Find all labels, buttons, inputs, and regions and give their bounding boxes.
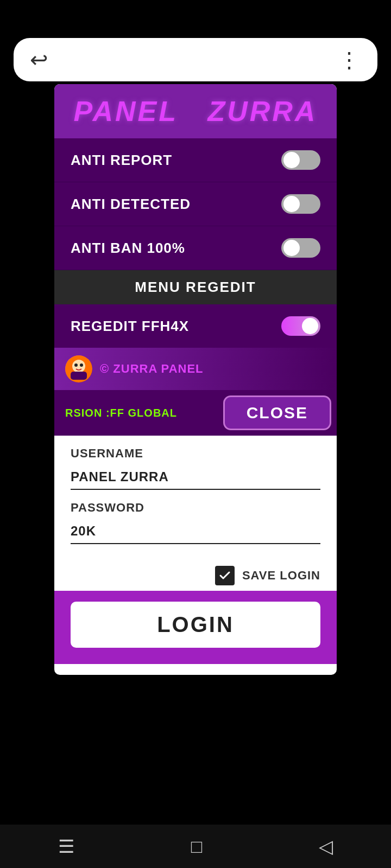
anti-report-label: ANTI REPORT	[71, 152, 172, 169]
browser-bar: ↩ ⋮	[14, 38, 377, 81]
copyright-bar: © ZURRA PANEL	[54, 348, 337, 390]
toggle-row-anti-detected: ANTI DETECTED	[54, 182, 337, 226]
copyright-text: © ZURRA PANEL	[100, 362, 204, 376]
bottom-row: RSION :FF GLOBAL CLOSE	[54, 390, 337, 436]
username-label: USERNAME	[71, 446, 320, 461]
hamburger-icon[interactable]: ☰	[58, 837, 74, 856]
checkmark-icon	[218, 569, 231, 582]
anti-detected-toggle[interactable]	[281, 194, 320, 214]
toggle-row-anti-report: ANTI REPORT	[54, 138, 337, 182]
avatar	[65, 355, 92, 382]
username-input[interactable]	[71, 465, 320, 490]
password-label: PASSWORD	[71, 501, 320, 515]
back-icon[interactable]: ↩	[30, 47, 48, 72]
login-button[interactable]: LOGIN	[71, 602, 320, 648]
back-nav-icon[interactable]: ◁	[319, 837, 333, 856]
version-text: RSION :FF GLOBAL	[65, 407, 177, 419]
svg-point-1	[72, 360, 85, 373]
menu-regedit-label: MENU REGEDIT	[135, 279, 256, 295]
menu-regedit-header: MENU REGEDIT	[54, 270, 337, 304]
close-button[interactable]: CLOSE	[223, 395, 331, 430]
toggle-row-anti-ban: ANTI BAN 100%	[54, 226, 337, 270]
anti-ban-toggle[interactable]	[281, 238, 320, 258]
nav-bar: ☰ □ ◁	[0, 825, 391, 868]
svg-rect-2	[71, 372, 87, 380]
main-panel: PANEL ZURRA ANTI REPORT ANTI DETECTED AN…	[54, 84, 337, 675]
toggle-section: ANTI REPORT ANTI DETECTED ANTI BAN 100%	[54, 138, 337, 270]
svg-point-3	[74, 363, 78, 367]
save-login-label: SAVE LOGIN	[242, 569, 320, 583]
regedit-label: REGEDIT FFH4X	[71, 318, 189, 335]
panel-title: PANEL ZURRA	[71, 95, 320, 127]
menu-dots-icon[interactable]: ⋮	[338, 47, 361, 72]
panel-header: PANEL ZURRA	[54, 84, 337, 138]
avatar-image	[65, 355, 92, 382]
password-input[interactable]	[71, 519, 320, 544]
anti-report-toggle[interactable]	[281, 150, 320, 170]
home-icon[interactable]: □	[191, 837, 203, 856]
regedit-toggle[interactable]	[281, 316, 320, 336]
save-login-row: SAVE LOGIN	[54, 560, 337, 591]
anti-detected-label: ANTI DETECTED	[71, 196, 191, 213]
save-login-checkbox[interactable]	[215, 566, 235, 585]
login-form: USERNAME PASSWORD	[54, 436, 337, 560]
svg-point-4	[80, 363, 83, 367]
anti-ban-label: ANTI BAN 100%	[71, 240, 185, 257]
login-button-area: LOGIN	[54, 591, 337, 664]
regedit-row: REGEDIT FFH4X	[54, 304, 337, 348]
